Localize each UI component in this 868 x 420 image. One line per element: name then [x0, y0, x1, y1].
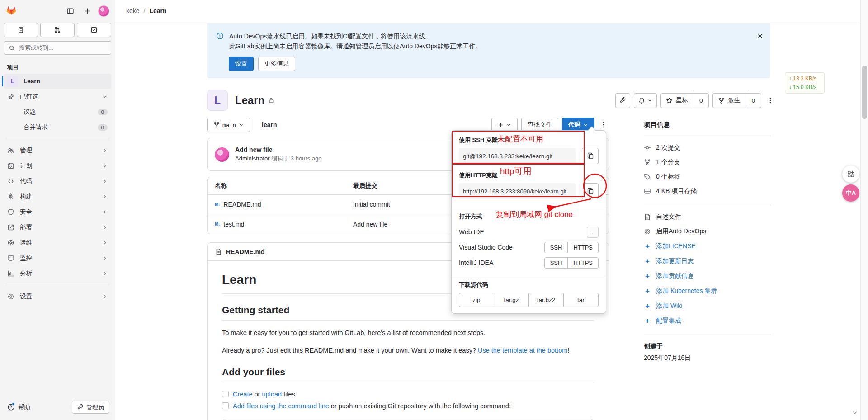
- storage-stat[interactable]: 4 KB 项目存储: [644, 184, 776, 198]
- tag-icon: [644, 173, 651, 180]
- todo-shortcut-button[interactable]: [77, 23, 111, 37]
- sidebar-item-manage[interactable]: 管理: [4, 143, 111, 158]
- page-scrollbar[interactable]: [860, 0, 868, 420]
- toolbar-more-icon[interactable]: [598, 121, 609, 128]
- divider: [452, 207, 606, 207]
- more-actions-icon[interactable]: [765, 97, 776, 104]
- created-label: 创建于: [644, 342, 776, 350]
- sidebar-item-plan[interactable]: 计划: [4, 159, 111, 173]
- add-license-link[interactable]: +添加LICENSE: [644, 239, 776, 254]
- sidebar-project-label: Learn: [24, 78, 40, 85]
- add-kubernetes-link[interactable]: +添加 Kubernetes 集群: [644, 283, 776, 298]
- ssh-clone-url[interactable]: git@192.168.3.233:keke/learn.git: [459, 148, 576, 164]
- project-header: L Learn 星标: [207, 90, 776, 111]
- close-icon[interactable]: [757, 33, 764, 39]
- add-changelog-link[interactable]: +添加更新日志: [644, 254, 776, 269]
- copy-http-button[interactable]: [582, 183, 599, 199]
- webide-link[interactable]: Web IDE: [459, 228, 484, 236]
- chevron-down-icon: [506, 123, 511, 127]
- wrench-button[interactable]: [615, 93, 630, 108]
- lock-icon: [268, 97, 274, 104]
- project-actions: 星标 0 派生 0: [615, 93, 776, 108]
- commit-author[interactable]: Administrator: [235, 155, 270, 162]
- command-line-link[interactable]: Add files using the command line: [233, 402, 329, 410]
- star-button[interactable]: 星标 0: [660, 93, 709, 108]
- alert-more-info-button[interactable]: 更多信息: [258, 57, 295, 71]
- file-name[interactable]: README.md: [223, 201, 261, 208]
- fork-count[interactable]: 0: [745, 94, 761, 108]
- sidebar-item-operate[interactable]: 运维: [4, 236, 111, 250]
- vscode-https-button[interactable]: HTTPS: [567, 242, 599, 253]
- scroll-down-icon[interactable]: [852, 410, 858, 416]
- idea-https-button[interactable]: HTTPS: [567, 257, 599, 269]
- tags-stat[interactable]: 0 个标签: [644, 170, 776, 184]
- shield-icon: [7, 208, 14, 216]
- commit-message-link[interactable]: Add new file: [235, 146, 321, 153]
- notifications-button[interactable]: [634, 93, 657, 108]
- sidebar-item-security[interactable]: 安全: [4, 205, 111, 219]
- search-input[interactable]: 搜索或转到...: [4, 41, 111, 55]
- sidebar-toggle-icon[interactable]: [64, 5, 76, 18]
- copy-ssh-button[interactable]: [582, 148, 599, 164]
- template-link[interactable]: Use the template at the bottom: [478, 347, 567, 354]
- translate-button[interactable]: 中A: [842, 184, 859, 202]
- download-tar-button[interactable]: tar: [563, 293, 599, 307]
- add-wiki-link[interactable]: +添加 Wiki: [644, 298, 776, 313]
- vscode-ssh-button[interactable]: SSH: [544, 242, 568, 253]
- auto-devops-item[interactable]: 启用Auto DevOps: [644, 224, 776, 239]
- plus-icon: +: [644, 302, 651, 311]
- issues-shortcut-button[interactable]: [4, 23, 38, 37]
- idea-ssh-button[interactable]: SSH: [544, 257, 568, 269]
- sidebar-item-merge-requests[interactable]: 合并请求 0: [4, 120, 111, 135]
- sidebar-item-monitor[interactable]: 监控: [4, 251, 111, 265]
- checkbox[interactable]: [222, 391, 229, 397]
- commit-author-avatar[interactable]: [215, 147, 229, 162]
- sidebar-item-project-learn[interactable]: L Learn: [4, 74, 111, 89]
- commit-link[interactable]: Add new file: [353, 221, 387, 228]
- create-link[interactable]: Create: [233, 391, 253, 398]
- gitlab-logo[interactable]: [5, 5, 17, 18]
- merge-requests-shortcut-button[interactable]: [40, 23, 75, 37]
- fork-button[interactable]: 派生 0: [712, 93, 761, 108]
- sidebar-item-deploy[interactable]: 部署: [4, 220, 111, 235]
- download-zip-button[interactable]: zip: [459, 293, 494, 307]
- admin-area-button[interactable]: 管理员: [72, 401, 109, 414]
- star-count[interactable]: 0: [693, 94, 709, 108]
- checkbox[interactable]: [222, 402, 229, 409]
- breadcrumb-project[interactable]: Learn: [149, 7, 166, 14]
- scrollbar-thumb[interactable]: [862, 66, 867, 119]
- col-name: 名称: [215, 182, 353, 190]
- branch-selector[interactable]: main: [207, 118, 250, 132]
- idea-row: IntelliJ IDEA SSH HTTPS: [459, 255, 599, 270]
- readme-file-item[interactable]: 自述文件: [644, 210, 776, 224]
- webide-shortcut-key[interactable]: .: [587, 227, 599, 238]
- help-menu[interactable]: 帮助: [7, 403, 30, 411]
- chevron-right-icon: [102, 294, 108, 299]
- extension-apps-button[interactable]: [842, 165, 859, 183]
- create-new-icon[interactable]: [81, 5, 94, 18]
- sidebar-item-analyze[interactable]: 分析: [4, 266, 111, 281]
- chevron-right-icon: [102, 148, 108, 153]
- breadcrumb-group[interactable]: keke: [126, 7, 140, 14]
- branches-stat[interactable]: 1 个分支: [644, 155, 776, 170]
- commits-stat[interactable]: 2 次提交: [644, 141, 776, 155]
- upload-link[interactable]: upload: [262, 391, 282, 398]
- alert-settings-button[interactable]: 设置: [229, 57, 254, 71]
- commit-link[interactable]: Initial commit: [353, 201, 390, 208]
- download-tarbz2-button[interactable]: tar.bz2: [528, 293, 564, 307]
- chevron-down-icon: [102, 94, 108, 99]
- sidebar-item-settings[interactable]: 设置: [4, 289, 111, 304]
- add-contributing-link[interactable]: +添加贡献信息: [644, 269, 776, 283]
- repo-path[interactable]: learn: [262, 121, 277, 128]
- file-name[interactable]: test.md: [223, 221, 244, 228]
- http-clone-url[interactable]: http://192.168.3.233:8090/keke/learn.git: [459, 183, 576, 199]
- configure-integrations-link[interactable]: +配置集成: [644, 313, 776, 328]
- user-avatar[interactable]: [98, 5, 109, 17]
- sidebar-item-code[interactable]: 代码: [4, 174, 111, 189]
- auto-devops-alert: Auto DevOps流水线已启用。如果未找到CI配置文件，将使用该流水线。 此…: [207, 23, 770, 78]
- sidebar-item-issues[interactable]: 议题 0: [4, 105, 111, 119]
- sidebar-item-pinned[interactable]: 已钉选: [4, 90, 111, 104]
- sidebar-item-build[interactable]: 构建: [4, 189, 111, 204]
- download-targz-button[interactable]: tar.gz: [494, 293, 529, 307]
- chevron-right-icon: [102, 271, 108, 276]
